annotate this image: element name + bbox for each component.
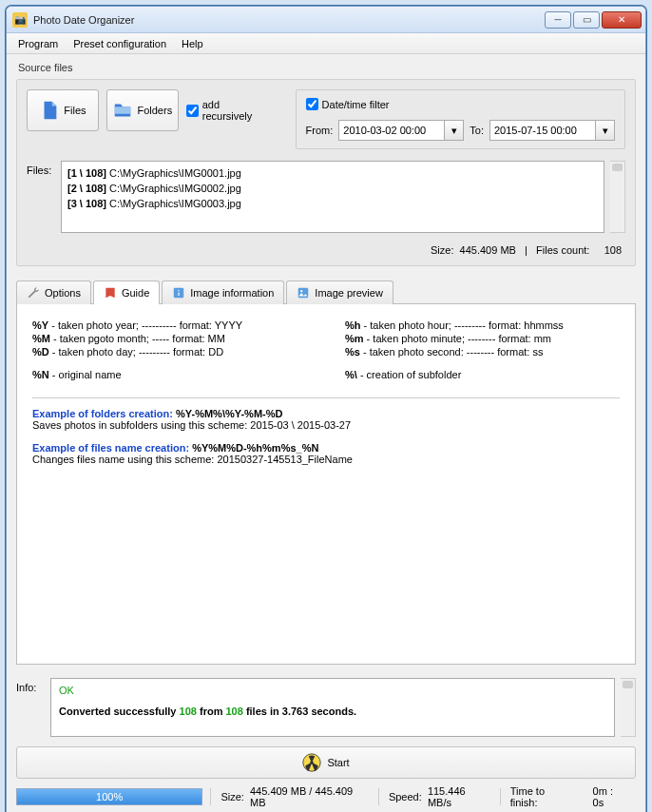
progress-bar: 100% bbox=[16, 788, 202, 805]
menubar: Program Preset configuration Help bbox=[7, 33, 645, 54]
preview-icon bbox=[297, 286, 310, 300]
files-listbox[interactable]: [1 \ 108] C:\MyGraphics\IMG0001.jpg [2 \… bbox=[61, 161, 604, 233]
list-item: [3 \ 108] C:\MyGraphics\IMG0003.jpg bbox=[67, 196, 598, 211]
svg-point-2 bbox=[300, 290, 302, 292]
info-scrollbar[interactable] bbox=[621, 678, 636, 737]
info-ok: OK bbox=[59, 685, 606, 696]
from-date-input[interactable] bbox=[338, 120, 445, 141]
info-message: Converted successfully 108 from 108 file… bbox=[59, 706, 606, 717]
source-panel: Files Folders add recursively Date/time bbox=[16, 79, 636, 266]
to-date-dropdown[interactable]: ▾ bbox=[596, 120, 615, 141]
add-folders-button[interactable]: Folders bbox=[106, 89, 179, 131]
tab-guide[interactable]: Guide bbox=[93, 280, 160, 304]
list-item: [2 \ 108] C:\MyGraphics\IMG0002.jpg bbox=[67, 181, 598, 196]
menu-program[interactable]: Program bbox=[10, 35, 66, 52]
source-stats: Size: 445.409 MB | Files count: 108 bbox=[27, 244, 625, 256]
menu-preset-configuration[interactable]: Preset configuration bbox=[66, 35, 174, 52]
info-box: OK Converted successfully 108 from 108 f… bbox=[50, 678, 615, 737]
titlebar: 📷 Photo Date Organizer ─ ▭ ✕ bbox=[7, 7, 645, 33]
tab-image-information[interactable]: Image information bbox=[162, 280, 284, 304]
svg-point-4 bbox=[311, 761, 315, 764]
add-recursively-label: add recursively bbox=[202, 99, 273, 122]
svg-rect-1 bbox=[298, 288, 309, 299]
progress-percent: 100% bbox=[17, 789, 201, 804]
folder-icon bbox=[112, 100, 133, 121]
wrench-icon bbox=[27, 286, 40, 300]
from-label: From: bbox=[306, 125, 334, 136]
start-label: Start bbox=[327, 757, 349, 768]
date-filter-checkbox[interactable] bbox=[306, 98, 318, 110]
files-list-label: Files: bbox=[27, 161, 55, 233]
add-files-button[interactable]: Files bbox=[27, 89, 99, 131]
tab-options[interactable]: Options bbox=[16, 280, 91, 304]
add-recursively-checkbox[interactable] bbox=[186, 105, 199, 117]
maximize-button[interactable]: ▭ bbox=[573, 11, 600, 29]
guide-icon bbox=[104, 286, 117, 300]
window-title: Photo Date Organizer bbox=[33, 14, 545, 26]
tab-image-preview[interactable]: Image preview bbox=[286, 280, 393, 304]
start-button[interactable]: Start bbox=[16, 746, 636, 779]
info-icon bbox=[172, 286, 185, 300]
files-button-label: Files bbox=[64, 105, 86, 116]
close-button[interactable]: ✕ bbox=[602, 11, 642, 29]
files-scrollbar[interactable] bbox=[610, 161, 625, 233]
minimize-button[interactable]: ─ bbox=[545, 11, 571, 29]
to-date-input[interactable] bbox=[489, 120, 596, 141]
files-icon bbox=[39, 100, 60, 121]
menu-help[interactable]: Help bbox=[174, 35, 211, 52]
folders-button-label: Folders bbox=[137, 105, 172, 116]
from-date-dropdown[interactable]: ▾ bbox=[445, 120, 464, 141]
status-bar: 100% Size: 445.409 MB / 445.409 MB Speed… bbox=[16, 788, 636, 805]
radioactive-icon bbox=[302, 753, 321, 772]
app-icon: 📷 bbox=[12, 12, 28, 28]
to-label: To: bbox=[470, 125, 484, 136]
date-filter-panel: Date/time filter From: ▾ To: ▾ bbox=[296, 89, 625, 149]
date-filter-label: Date/time filter bbox=[322, 99, 390, 110]
info-label: Info: bbox=[16, 678, 45, 737]
list-item: [1 \ 108] C:\MyGraphics\IMG0001.jpg bbox=[67, 165, 598, 181]
guide-panel: %Y - taken photo year; ---------- format… bbox=[16, 303, 636, 665]
source-files-label: Source files bbox=[18, 62, 636, 73]
